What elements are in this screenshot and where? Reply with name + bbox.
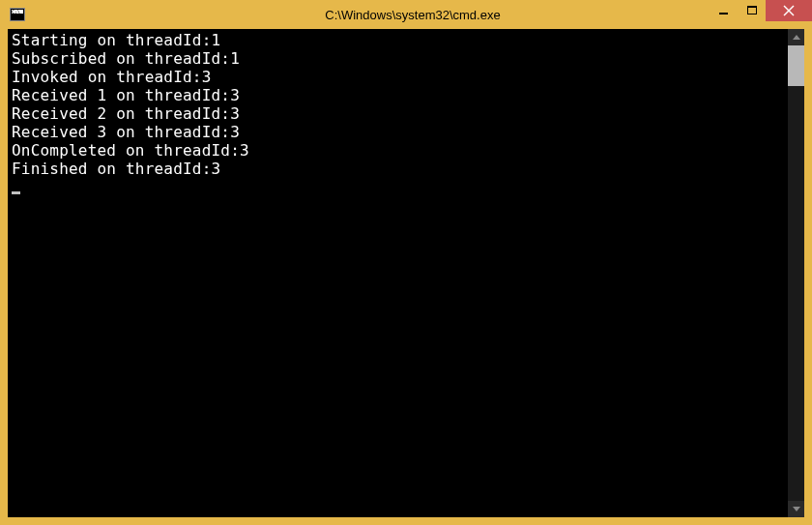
maximize-button[interactable] bbox=[739, 0, 766, 21]
console-line: Starting on threadId:1 bbox=[12, 31, 220, 49]
console-output: Starting on threadId:1 Subscribed on thr… bbox=[8, 29, 804, 198]
cmd-icon bbox=[10, 8, 25, 21]
cursor bbox=[12, 191, 20, 194]
console-line: Subscribed on threadId:1 bbox=[12, 49, 240, 68]
scrollbar-thumb[interactable] bbox=[788, 45, 804, 86]
cmd-window: C:\Windows\system32\cmd.exe bbox=[0, 0, 812, 525]
scrollbar-track[interactable] bbox=[788, 45, 804, 501]
console-line: OnCompleted on threadId:3 bbox=[12, 141, 249, 160]
console-area: Starting on threadId:1 Subscribed on thr… bbox=[0, 29, 812, 525]
console-line: Received 2 on threadId:3 bbox=[12, 104, 240, 123]
console-line: Invoked on threadId:3 bbox=[12, 68, 212, 86]
console[interactable]: Starting on threadId:1 Subscribed on thr… bbox=[8, 29, 804, 517]
window-title: C:\Windows\system32\cmd.exe bbox=[33, 8, 812, 22]
console-line: Received 3 on threadId:3 bbox=[12, 123, 240, 141]
chevron-down-icon bbox=[793, 507, 800, 511]
minimize-icon bbox=[719, 6, 730, 16]
maximize-icon bbox=[747, 6, 758, 15]
console-line: Received 1 on threadId:3 bbox=[12, 86, 240, 104]
vertical-scrollbar[interactable] bbox=[788, 29, 804, 517]
close-button[interactable] bbox=[766, 0, 812, 21]
close-icon bbox=[783, 5, 795, 16]
scroll-down-button[interactable] bbox=[788, 501, 804, 517]
svg-rect-2 bbox=[747, 6, 757, 8]
window-controls bbox=[710, 0, 812, 21]
minimize-button[interactable] bbox=[710, 0, 739, 21]
svg-rect-0 bbox=[719, 13, 728, 15]
titlebar[interactable]: C:\Windows\system32\cmd.exe bbox=[0, 0, 812, 29]
console-line: Finished on threadId:3 bbox=[12, 160, 220, 178]
scroll-up-button[interactable] bbox=[788, 29, 804, 45]
chevron-up-icon bbox=[793, 35, 800, 40]
